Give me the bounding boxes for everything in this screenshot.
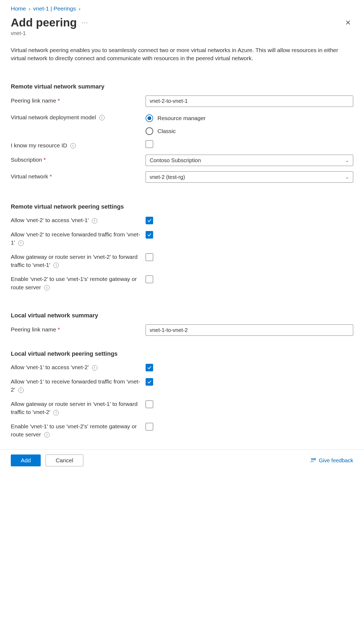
deployment-model-label: Virtual network deployment model i <box>11 112 146 121</box>
info-icon[interactable]: i <box>92 218 97 223</box>
local-allow-forwarded-checkbox[interactable] <box>146 378 153 386</box>
radio-classic[interactable]: Classic <box>146 127 353 135</box>
svg-point-0 <box>311 459 313 460</box>
radio-classic-label: Classic <box>157 128 176 134</box>
remote-allow-forwarded-label: Allow 'vnet-2' to receive forwarded traf… <box>11 230 146 247</box>
info-icon[interactable]: i <box>70 143 76 148</box>
info-icon[interactable]: i <box>99 115 105 120</box>
radio-icon <box>146 114 153 122</box>
cancel-button[interactable]: Cancel <box>46 454 83 466</box>
info-icon[interactable]: i <box>44 285 50 290</box>
local-allow-gateway-label: Allow gateway or route server in 'vnet-1… <box>11 400 146 416</box>
local-allow-access-label: Allow 'vnet-1' to access 'vnet-2' i <box>11 363 146 371</box>
give-feedback-link[interactable]: Give feedback <box>310 457 353 464</box>
remote-use-gateway-label: Enable 'vnet-2' to use 'vnet-1's' remote… <box>11 275 146 291</box>
chevron-right-icon: › <box>29 5 30 12</box>
local-peering-link-name-label: Peering link name * <box>11 324 146 333</box>
remote-use-gateway-checkbox[interactable] <box>146 276 153 283</box>
virtual-network-label: Virtual network * <box>11 171 146 180</box>
local-use-gateway-label: Enable 'vnet-1' to use 'vnet-2's' remote… <box>11 422 146 439</box>
section-remote-settings: Remote virtual network peering settings <box>11 203 353 210</box>
radio-resource-manager-label: Resource manager <box>157 115 206 121</box>
remote-peering-link-name-input[interactable] <box>146 96 353 107</box>
know-resource-id-checkbox[interactable] <box>146 140 153 148</box>
section-local-settings: Local virtual network peering settings <box>11 350 353 357</box>
info-icon[interactable]: i <box>92 365 97 371</box>
page-title: Add peering <box>11 16 77 29</box>
intro-text: Virtual network peering enables you to s… <box>11 46 351 63</box>
virtual-network-select[interactable]: vnet-2 (test-rg) ⌄ <box>146 171 353 183</box>
breadcrumb-vnet-peerings[interactable]: vnet-1 | Peerings <box>33 5 76 12</box>
breadcrumb: Home › vnet-1 | Peerings › <box>11 5 353 12</box>
close-icon[interactable]: ✕ <box>343 18 353 28</box>
add-button[interactable]: Add <box>11 454 41 466</box>
info-icon[interactable]: i <box>53 263 59 268</box>
radio-resource-manager[interactable]: Resource manager <box>146 114 353 122</box>
local-use-gateway-checkbox[interactable] <box>146 423 153 430</box>
remote-peering-link-name-label: Peering link name * <box>11 96 146 104</box>
info-icon[interactable]: i <box>18 240 24 246</box>
know-resource-id-label: I know my resource ID i <box>11 140 146 149</box>
local-allow-access-checkbox[interactable] <box>146 364 153 371</box>
feedback-icon <box>310 457 316 463</box>
section-local-summary: Local virtual network summary <box>11 312 353 319</box>
info-icon[interactable]: i <box>53 410 59 415</box>
breadcrumb-home[interactable]: Home <box>11 5 26 12</box>
give-feedback-label: Give feedback <box>319 457 353 464</box>
radio-icon <box>146 127 153 135</box>
local-allow-gateway-checkbox[interactable] <box>146 401 153 408</box>
subscription-value: Contoso Subscription <box>150 157 201 164</box>
subscription-select[interactable]: Contoso Subscription ⌄ <box>146 155 353 166</box>
remote-allow-forwarded-checkbox[interactable] <box>146 231 153 239</box>
info-icon[interactable]: i <box>18 388 24 393</box>
local-peering-link-name-input[interactable] <box>146 324 353 336</box>
remote-allow-access-checkbox[interactable] <box>146 217 153 224</box>
remote-allow-gateway-checkbox[interactable] <box>146 253 153 261</box>
page-subtitle: vnet-1 <box>11 30 353 36</box>
chevron-down-icon: ⌄ <box>345 174 349 180</box>
remote-allow-access-label: Allow 'vnet-2' to access 'vnet-1' i <box>11 216 146 224</box>
chevron-right-icon: › <box>78 5 80 12</box>
info-icon[interactable]: i <box>44 432 50 437</box>
subscription-label: Subscription * <box>11 155 146 164</box>
remote-allow-gateway-label: Allow gateway or route server in 'vnet-2… <box>11 253 146 269</box>
section-remote-summary: Remote virtual network summary <box>11 83 353 90</box>
local-allow-forwarded-label: Allow 'vnet-1' to receive forwarded traf… <box>11 378 146 394</box>
chevron-down-icon: ⌄ <box>345 157 349 163</box>
virtual-network-value: vnet-2 (test-rg) <box>150 174 185 180</box>
more-actions-icon[interactable]: ··· <box>82 19 88 26</box>
